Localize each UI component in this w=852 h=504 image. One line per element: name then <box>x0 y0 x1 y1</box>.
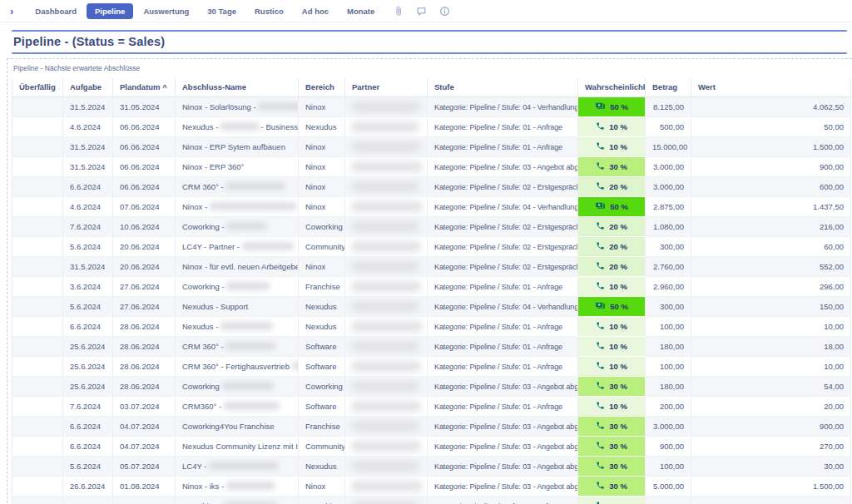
cell-stufe[interactable]: Kategorie: Pipeline / Stufe: 03 - Angebo… <box>428 377 578 397</box>
cell-bereich[interactable]: Community <box>299 237 345 257</box>
cell-partner[interactable] <box>345 257 428 277</box>
table-row[interactable]: 5.6.202420.06.2024LC4Y - Partner - Commu… <box>12 237 851 257</box>
col-aufgabe[interactable]: Aufgabe <box>63 78 113 97</box>
col-plandatum[interactable]: Plandatum ^ <box>113 78 176 97</box>
cell-plandatum[interactable]: 20.06.2024 <box>113 237 176 257</box>
cell-wahrscheinlichkeit[interactable]: 50 % <box>578 297 646 317</box>
cell-wert[interactable]: 150,00 <box>691 297 851 317</box>
cell-plandatum[interactable]: 28.06.2024 <box>113 317 176 337</box>
cell-ueberfaellig[interactable] <box>12 137 63 157</box>
cell-plandatum[interactable]: 01.08.2024 <box>113 477 176 497</box>
cell-abschluss-name[interactable]: Ninox - für evtl. neuen Arbeitgeber <box>176 257 299 277</box>
cell-abschluss-name[interactable]: CRM 360° - <box>176 177 299 197</box>
cell-abschluss-name[interactable]: CRM360° - <box>176 397 299 417</box>
cell-plandatum[interactable]: 27.06.2024 <box>113 297 176 317</box>
table-row[interactable]: 26.6.202401.08.2024Ninox - iks - NinoxKa… <box>12 477 851 497</box>
cell-betrag[interactable]: 100,00 <box>646 357 691 377</box>
cell-abschluss-name[interactable]: Nexudus - - Business Com <box>176 117 299 137</box>
cell-abschluss-name[interactable]: LC4Y - <box>176 457 299 477</box>
cell-plandatum[interactable]: 06.06.2024 <box>113 177 176 197</box>
col-ueberfaellig[interactable]: Überfällig <box>12 78 63 97</box>
cell-ueberfaellig[interactable] <box>12 457 63 477</box>
cell-stufe[interactable]: Kategorie: Pipeline / Stufe: 03 - Angebo… <box>428 477 578 497</box>
cell-abschluss-name[interactable]: Coworking - <box>176 277 299 297</box>
cell-ueberfaellig[interactable] <box>12 177 63 197</box>
cell-ueberfaellig[interactable] <box>12 417 63 437</box>
cell-bereich[interactable]: Coworking <box>299 377 345 397</box>
attachment-icon[interactable] <box>393 6 404 17</box>
cell-bereich[interactable]: Ninox <box>299 477 345 497</box>
cell-wert[interactable]: 60,00 <box>691 237 851 257</box>
cell-abschluss-name[interactable]: Ninox - iks - <box>176 477 299 497</box>
cell-aufgabe[interactable]: 4.6.2024 <box>63 117 113 137</box>
cell-partner[interactable] <box>345 477 428 497</box>
cell-wert[interactable]: 296,00 <box>691 277 851 297</box>
cell-bereich[interactable]: Ninox <box>299 137 345 157</box>
cell-aufgabe[interactable]: 25.6.2024 <box>63 377 113 397</box>
cell-bereich[interactable]: Ninox <box>299 177 345 197</box>
cell-betrag[interactable]: 100,00 <box>646 317 691 337</box>
cell-betrag[interactable]: 300,00 <box>646 237 691 257</box>
cell-wert[interactable]: 4.062,50 <box>691 97 851 117</box>
table-row[interactable]: 31.5.202406.06.2024Ninox - ERP Sytem auf… <box>12 137 851 157</box>
cell-abschluss-name[interactable]: CRM 360° - Fertighausvertrieb <box>176 357 299 377</box>
col-abschluss-name[interactable]: Abschluss-Name <box>176 78 299 97</box>
cell-partner[interactable] <box>345 197 428 217</box>
cell-abschluss-name[interactable]: Franchise - <box>176 497 299 504</box>
cell-betrag[interactable]: 2.875,00 <box>646 197 691 217</box>
tab-auswertung[interactable]: Auswertung <box>135 3 197 19</box>
cell-bereich[interactable]: Franchise <box>299 497 345 504</box>
cell-partner[interactable] <box>345 497 428 504</box>
cell-aufgabe[interactable]: 31.5.2024 <box>63 137 113 157</box>
cell-wahrscheinlichkeit[interactable]: 10 % <box>578 397 646 417</box>
cell-bereich[interactable]: Nexudus <box>299 317 345 337</box>
cell-wert[interactable]: 18,00 <box>691 337 851 357</box>
cell-stufe[interactable]: Kategorie: Pipeline / Stufe: 01 - Anfrag… <box>428 397 578 417</box>
cell-abschluss-name[interactable]: Coworking - <box>176 217 299 237</box>
table-row[interactable]: 5.6.202427.06.2024Nexudus - SupportNexud… <box>12 297 851 317</box>
cell-aufgabe[interactable]: 6.6.2024 <box>63 437 113 457</box>
cell-partner[interactable] <box>345 137 428 157</box>
cell-bereich[interactable]: Software <box>299 337 345 357</box>
cell-plandatum[interactable]: 06.06.2024 <box>113 117 176 137</box>
cell-wahrscheinlichkeit[interactable]: 30 % <box>578 437 646 457</box>
cell-bereich[interactable]: Nexudus <box>299 117 345 137</box>
tab-monate[interactable]: Monate <box>339 3 383 19</box>
tab-pipeline[interactable]: Pipeline <box>87 3 133 19</box>
cell-aufgabe[interactable]: 31.5.2024 <box>63 157 113 177</box>
cell-bereich[interactable]: Software <box>299 357 345 377</box>
cell-wahrscheinlichkeit[interactable]: 20 % <box>578 217 646 237</box>
cell-ueberfaellig[interactable] <box>12 297 63 317</box>
cell-ueberfaellig[interactable] <box>12 97 63 117</box>
cell-wert[interactable]: 50,00 <box>691 497 851 504</box>
cell-partner[interactable] <box>345 217 428 237</box>
cell-betrag[interactable]: 180,00 <box>646 377 691 397</box>
cell-betrag[interactable]: 180,00 <box>646 337 691 357</box>
cell-wahrscheinlichkeit[interactable]: 50 % <box>578 97 646 117</box>
cell-plandatum[interactable]: 31.05.2024 <box>113 97 176 117</box>
cell-bereich[interactable]: Ninox <box>299 97 345 117</box>
cell-wert[interactable]: 900,00 <box>691 417 851 437</box>
cell-wahrscheinlichkeit[interactable]: 20 % <box>578 177 646 197</box>
cell-partner[interactable] <box>345 417 428 437</box>
cell-plandatum[interactable]: 04.07.2024 <box>113 417 176 437</box>
cell-plandatum[interactable]: 20.06.2024 <box>113 257 176 277</box>
cell-abschluss-name[interactable]: Ninox - ERP 360° <box>176 157 299 177</box>
cell-bereich[interactable]: Software <box>299 397 345 417</box>
cell-partner[interactable] <box>345 277 428 297</box>
table-row[interactable]: 4.6.202407.06.2024Ninox - NinoxKategorie… <box>12 197 851 217</box>
cell-wert[interactable]: 552,00 <box>691 257 851 277</box>
cell-stufe[interactable]: Kategorie: Pipeline / Stufe: 04 - Verhan… <box>428 297 578 317</box>
table-row[interactable]: 6.6.202428.06.2024Nexudus - NexudusKateg… <box>12 317 851 337</box>
cell-bereich[interactable]: Coworking <box>299 217 345 237</box>
cell-betrag[interactable]: 3.000,00 <box>646 157 691 177</box>
cell-bereich[interactable]: Ninox <box>299 257 345 277</box>
table-row[interactable]: 31.5.202431.05.2024Ninox - Solarlösung -… <box>12 97 851 117</box>
cell-wahrscheinlichkeit[interactable]: 30 % <box>578 477 646 497</box>
cell-wert[interactable]: 1.500,00 <box>691 137 851 157</box>
table-row[interactable]: 31.5.202420.06.2024Ninox - für evtl. neu… <box>12 257 851 277</box>
cell-aufgabe[interactable]: 31.5.2024 <box>63 257 113 277</box>
pipeline-view-widget[interactable]: Pipeline - Nächste erwartete Abschlüsse … <box>7 58 852 504</box>
cell-abschluss-name[interactable]: Nexudus - <box>176 317 299 337</box>
cell-partner[interactable] <box>345 157 428 177</box>
